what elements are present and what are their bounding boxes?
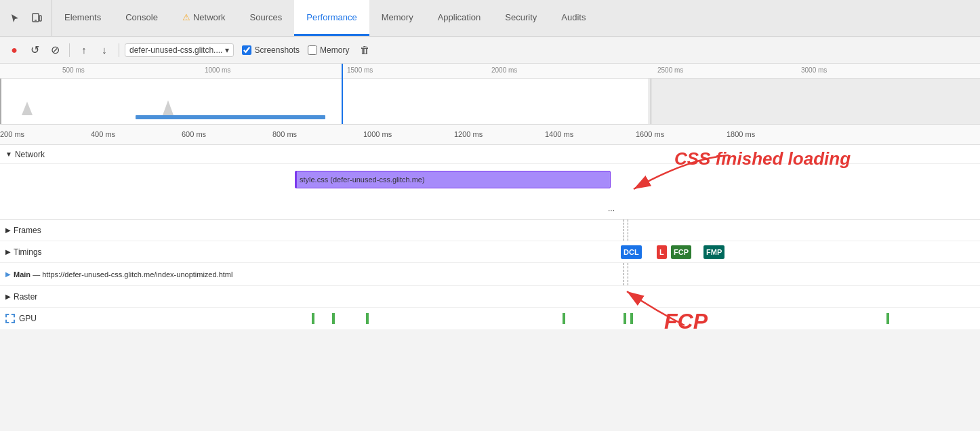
l-badge: L [657,245,667,259]
clear-button[interactable]: 🗑 [356,41,373,59]
cursor-icon[interactable] [7,10,23,26]
tab-application[interactable]: Application [426,0,493,36]
tab-memory[interactable]: Memory [369,0,426,36]
tab-sources[interactable]: Sources [238,0,295,36]
gpu-dashed-icon [5,314,15,323]
tab-audits[interactable]: Audits [549,0,598,36]
gpu-bar-7 [886,313,889,324]
screenshots-checkbox-label[interactable]: Screenshots [242,45,300,55]
tab-console[interactable]: Console [113,0,170,36]
vertical-line-grey [651,79,651,125]
timings-timeline: DCL L FCP FMP [271,241,980,262]
vline-frames-1 [624,220,624,241]
device-icon[interactable] [28,10,45,26]
main-row: ▶ Main — https://defer-unused-css.glitch… [0,263,980,286]
reload-button[interactable]: ↺ [26,41,43,59]
tick-3000ms: 3000 ms [801,66,827,74]
fcp-annotation: FCP [603,285,712,329]
rule-600ms: 600 ms [182,130,206,138]
divider-1 [69,43,70,57]
screenshots-checkbox-group: Screenshots [242,45,300,55]
rule-1200ms: 1200 ms [454,130,483,138]
timeline-minimap-area: 500 ms 1000 ms 1500 ms 2000 ms 2500 ms 3… [0,64,980,125]
gpu-label[interactable]: GPU [0,314,271,323]
divider-2 [119,43,119,57]
play-icon: ▶ [5,270,11,278]
bottom-sections: ▶ Frames ▶ Timings DCL L FCP FMP ▶ [0,220,980,329]
tab-security[interactable]: Security [493,0,549,36]
expand-arrow-timings: ▶ [5,248,11,255]
upload-button[interactable]: ↑ [75,41,93,59]
frames-timeline [271,220,980,241]
tick-2000ms: 2000 ms [491,66,517,74]
minimap-overlay [648,79,980,125]
raster-row: ▶ Raster [0,286,980,308]
expand-arrow-frames: ▶ [5,226,11,234]
gpu-row: GPU [0,308,980,329]
toolbar: ● ↺ ⊘ ↑ ↓ defer-unused-css.glitch.... ▾ … [0,37,980,64]
spike-2 [163,100,173,115]
tick-2500ms: 2500 ms [657,66,683,74]
tab-network[interactable]: ⚠ Network [170,0,238,36]
svg-rect-1 [39,16,41,21]
record-button[interactable]: ● [5,41,23,59]
expand-arrow-raster: ▶ [5,293,11,300]
timings-label[interactable]: ▶ Timings [0,247,271,257]
main-timeline: FCP [271,263,980,285]
fmp-badge: FMP [703,245,724,259]
left-edge-line [0,79,1,125]
main-ruler: 200 ms 400 ms 600 ms 800 ms 1000 ms 1200… [0,125,980,145]
memory-checkbox-group: Memory [308,45,349,55]
gpu-bar-4 [563,313,565,324]
download-button[interactable]: ↓ [96,41,113,59]
memory-checkbox-label[interactable]: Memory [308,45,349,55]
raster-label[interactable]: ▶ Raster [0,292,271,302]
gpu-bar-1 [312,313,314,324]
vline-frames-2 [628,220,628,241]
warning-icon: ⚠ [182,12,190,22]
vertical-line-blue [342,79,343,125]
top-ruler: 500 ms 1000 ms 1500 ms 2000 ms 2500 ms 3… [0,64,980,79]
timeline-marker-blue [342,64,343,79]
spike-1 [22,102,33,115]
chevron-down-icon: ▾ [225,45,229,55]
tab-bar: Elements Console ⚠ Network Sources Perfo… [0,0,980,37]
rule-800ms: 800 ms [272,130,297,138]
tab-performance[interactable]: Performance [294,0,369,36]
gpu-bar-3 [366,313,369,324]
css-finished-label: CSS finished loading [674,148,851,169]
devtools-icons [0,0,52,36]
gpu-bar-2 [332,313,335,324]
rule-200ms: 200 ms [0,130,24,138]
rule-1400ms: 1400 ms [545,130,573,138]
rule-1600ms: 1600 ms [636,130,664,138]
css-resource-bar[interactable]: style.css (defer-unused-css.glitch.me) [295,171,611,188]
collapse-arrow-network: ▼ [5,150,12,158]
vline-main-2 [628,263,628,285]
network-section: ▼ Network style.css (defer-unused-css.gl… [0,145,980,220]
memory-checkbox[interactable] [308,45,317,55]
rule-400ms: 400 ms [91,130,115,138]
vline-main-1 [624,263,624,285]
tab-elements[interactable]: Elements [52,0,113,36]
timeline-minimap[interactable] [0,79,980,125]
tick-1000ms: 1000 ms [205,66,230,74]
stop-button[interactable]: ⊘ [46,41,64,59]
profile-select[interactable]: defer-unused-css.glitch.... ▾ [125,43,234,57]
rule-1800ms: 1800 ms [727,130,755,138]
timings-row: ▶ Timings DCL L FCP FMP [0,241,980,263]
frames-label[interactable]: ▶ Frames [0,226,271,235]
dcl-badge: DCL [621,245,642,259]
fcp-label: FCP [664,309,708,329]
tick-1500ms: 1500 ms [347,66,373,74]
main-label[interactable]: ▶ Main — https://defer-unused-css.glitch… [0,270,271,279]
frames-row: ▶ Frames [0,220,980,241]
fcp-badge: FCP [671,245,691,259]
screenshots-checkbox[interactable] [242,45,251,55]
css-finished-annotation: CSS finished loading [607,152,742,208]
rule-1000ms: 1000 ms [363,130,392,138]
tick-500ms: 500 ms [62,66,85,74]
main-thread-bar [136,115,325,119]
